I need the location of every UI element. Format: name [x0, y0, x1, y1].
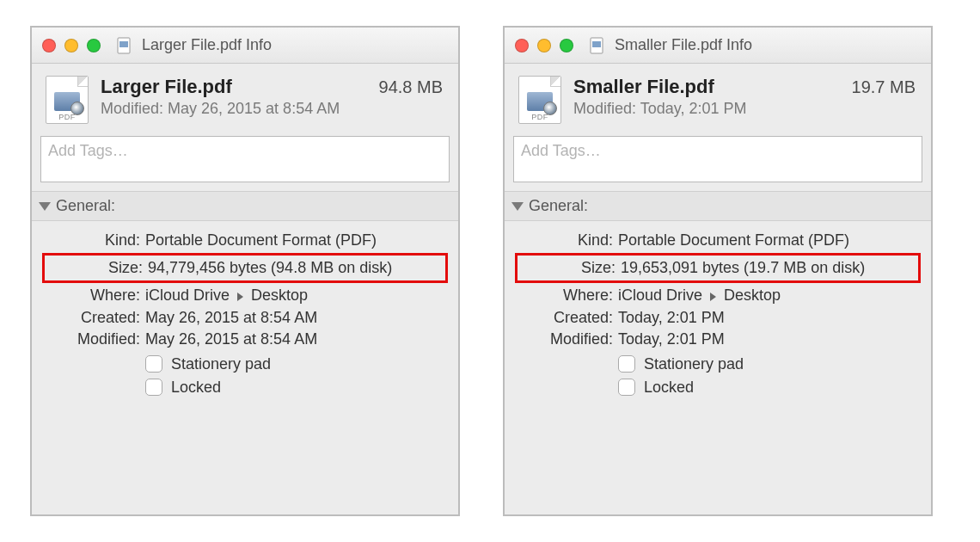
tags-placeholder: Add Tags…	[521, 142, 601, 159]
file-name: Larger File.pdf	[101, 76, 367, 98]
summary-row: PDF Larger File.pdf Modified: May 26, 20…	[32, 64, 458, 132]
modified-value: Today, 2:01 PM	[618, 329, 917, 350]
general-section-header[interactable]: General:	[32, 191, 458, 221]
modified-label: Modified:	[46, 329, 140, 350]
stationery-checkbox[interactable]	[145, 355, 162, 373]
tags-input[interactable]: Add Tags…	[40, 136, 450, 182]
modified-row: Modified: May 26, 2015 at 8:54 AM	[46, 329, 444, 350]
stationery-row: Stationery pad	[618, 355, 917, 373]
file-name: Smaller File.pdf	[573, 76, 840, 98]
modified-summary: Modified: May 26, 2015 at 8:54 AM	[101, 100, 367, 118]
created-row: Created: Today, 2:01 PM	[518, 307, 917, 329]
kind-row: Kind: Portable Document Format (PDF)	[518, 230, 917, 251]
zoom-icon[interactable]	[560, 39, 573, 52]
general-section-label: General:	[56, 197, 115, 215]
locked-checkbox[interactable]	[618, 379, 635, 396]
traffic-light-buttons	[515, 39, 573, 52]
where-label: Where:	[518, 285, 613, 306]
modified-label: Modified:	[518, 329, 613, 350]
size-row: Size: 94,779,456 bytes (94.8 MB on disk)	[42, 253, 448, 283]
minimize-icon[interactable]	[64, 39, 78, 52]
disclosure-triangle-icon[interactable]	[39, 202, 51, 211]
modified-row: Modified: Today, 2:01 PM	[518, 329, 917, 350]
size-value: 94,779,456 bytes (94.8 MB on disk)	[148, 257, 442, 279]
close-icon[interactable]	[515, 39, 529, 52]
svg-rect-1	[119, 41, 128, 47]
file-thumbnail-icon: PDF	[518, 76, 561, 124]
stationery-label: Stationery pad	[644, 355, 744, 373]
file-size-summary: 94.8 MB	[379, 76, 443, 97]
size-label: Size:	[48, 257, 143, 279]
created-label: Created:	[518, 307, 613, 329]
created-value: May 26, 2015 at 8:54 AM	[145, 307, 444, 329]
size-value: 19,653,091 bytes (19.7 MB on disk)	[621, 257, 915, 279]
tags-placeholder: Add Tags…	[48, 142, 128, 159]
created-value: Today, 2:01 PM	[618, 307, 917, 329]
kind-row: Kind: Portable Document Format (PDF)	[46, 230, 444, 251]
locked-label: Locked	[644, 379, 694, 397]
summary-row: PDF Smaller File.pdf Modified: Today, 2:…	[505, 64, 931, 132]
kind-label: Kind:	[518, 230, 613, 251]
close-icon[interactable]	[42, 39, 56, 52]
stationery-label: Stationery pad	[171, 355, 271, 373]
where-part2: Desktop	[251, 286, 308, 304]
general-section-label: General:	[529, 197, 588, 215]
path-separator-icon	[710, 293, 716, 301]
tags-input[interactable]: Add Tags…	[513, 136, 922, 182]
svg-rect-3	[592, 41, 601, 47]
kind-value: Portable Document Format (PDF)	[618, 230, 917, 251]
traffic-light-buttons	[42, 39, 101, 52]
locked-checkbox[interactable]	[145, 379, 162, 396]
where-part2: Desktop	[724, 286, 781, 304]
where-row: Where: iCloud Drive Desktop	[46, 285, 444, 306]
modified-summary: Modified: Today, 2:01 PM	[573, 100, 840, 118]
where-label: Where:	[46, 285, 140, 306]
locked-label: Locked	[171, 379, 221, 397]
summary-text: Smaller File.pdf Modified: Today, 2:01 P…	[573, 76, 840, 118]
locked-row: Locked	[618, 379, 917, 397]
zoom-icon[interactable]	[87, 39, 101, 52]
where-value: iCloud Drive Desktop	[618, 285, 917, 306]
size-label: Size:	[521, 257, 616, 279]
kind-label: Kind:	[46, 230, 140, 251]
where-part1: iCloud Drive	[618, 286, 702, 304]
locked-row: Locked	[145, 379, 444, 397]
file-size-summary: 19.7 MB	[852, 76, 916, 97]
kind-value: Portable Document Format (PDF)	[145, 230, 444, 251]
where-row: Where: iCloud Drive Desktop	[518, 285, 917, 306]
window-title: Larger File.pdf Info	[142, 36, 272, 54]
titlebar-file-icon	[114, 36, 133, 55]
disclosure-triangle-icon[interactable]	[511, 202, 524, 211]
info-window-larger: Larger File.pdf Info PDF Larger File.pdf…	[30, 26, 460, 516]
created-label: Created:	[46, 307, 140, 329]
created-row: Created: May 26, 2015 at 8:54 AM	[46, 307, 444, 329]
titlebar[interactable]: Smaller File.pdf Info	[505, 28, 931, 64]
general-section-body: Kind: Portable Document Format (PDF) Siz…	[32, 221, 458, 409]
modified-value: May 26, 2015 at 8:54 AM	[145, 329, 444, 350]
general-section-body: Kind: Portable Document Format (PDF) Siz…	[505, 221, 931, 409]
titlebar-file-icon	[587, 36, 606, 55]
stationery-checkbox[interactable]	[618, 355, 635, 373]
where-value: iCloud Drive Desktop	[145, 285, 444, 306]
minimize-icon[interactable]	[537, 39, 551, 52]
info-window-smaller: Smaller File.pdf Info PDF Smaller File.p…	[503, 26, 933, 516]
stationery-row: Stationery pad	[145, 355, 444, 373]
path-separator-icon	[237, 293, 243, 301]
size-row: Size: 19,653,091 bytes (19.7 MB on disk)	[515, 253, 921, 283]
summary-text: Larger File.pdf Modified: May 26, 2015 a…	[101, 76, 367, 118]
general-section-header[interactable]: General:	[505, 191, 931, 221]
window-title: Smaller File.pdf Info	[615, 36, 752, 54]
where-part1: iCloud Drive	[145, 286, 230, 304]
titlebar[interactable]: Larger File.pdf Info	[32, 28, 458, 64]
file-thumbnail-icon: PDF	[46, 76, 89, 124]
